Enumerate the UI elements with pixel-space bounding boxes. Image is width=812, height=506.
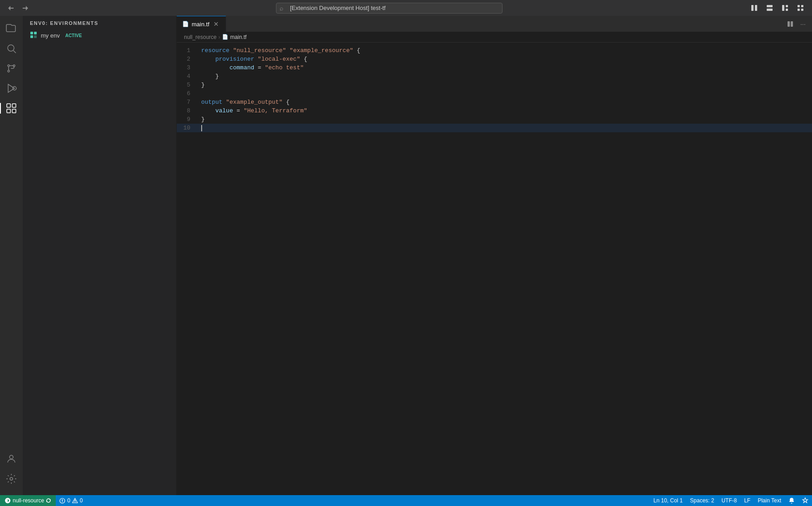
sidebar-item-explorer[interactable] [2, 19, 20, 38]
svg-rect-8 [801, 5, 803, 7]
svg-rect-25 [34, 32, 37, 34]
svg-point-36 [75, 501, 75, 502]
svg-rect-9 [798, 9, 800, 11]
feedback-icon [802, 497, 808, 504]
svg-rect-24 [30, 32, 33, 34]
title-search-area [276, 3, 503, 14]
status-remote[interactable]: null-resource [0, 495, 56, 506]
customize-layout-button[interactable] [794, 3, 807, 14]
breadcrumb-separator: › [218, 34, 220, 40]
line-content-5: } [199, 81, 812, 89]
svg-rect-29 [791, 21, 793, 27]
breadcrumb-folder[interactable]: null_resource [184, 34, 217, 40]
tab-actions: ··· [785, 16, 812, 32]
svg-rect-18 [7, 109, 10, 113]
activity-bar-top [2, 19, 20, 450]
files-icon [6, 23, 17, 34]
split-editor-button[interactable] [785, 19, 796, 29]
code-line-7: 7 output "example_output" { [177, 98, 812, 106]
line-num-3: 3 [177, 63, 199, 72]
code-line-5: 5 } [177, 81, 812, 89]
code-line-4: 4 } [177, 72, 812, 81]
svg-rect-0 [751, 5, 754, 11]
run-icon [6, 83, 17, 94]
remote-icon [5, 497, 11, 504]
status-right: Ln 10, Col 1 Spaces: 2 UTF-8 LF Plain Te… [650, 495, 812, 506]
svg-marker-16 [8, 84, 14, 92]
layout-toggle-button1[interactable] [748, 3, 760, 14]
account-icon [6, 453, 17, 464]
extensions-icon [6, 103, 17, 114]
tab-close-button[interactable]: ✕ [212, 20, 220, 28]
line-num-1: 1 [177, 46, 199, 55]
svg-rect-10 [801, 9, 803, 11]
error-count: 0 [67, 497, 70, 504]
svg-rect-1 [755, 5, 757, 11]
svg-rect-3 [767, 9, 773, 11]
env-item[interactable]: my env ACTIVE [23, 29, 176, 42]
env-badge: ACTIVE [65, 33, 82, 38]
language-label: Plain Text [758, 497, 781, 504]
svg-line-12 [14, 51, 16, 53]
line-ending-label: LF [744, 497, 750, 504]
svg-rect-26 [30, 35, 33, 38]
status-feedback[interactable] [798, 495, 812, 506]
svg-rect-21 [12, 104, 16, 107]
line-num-10: 10 [177, 124, 199, 132]
layout-toggle-button3[interactable] [778, 3, 791, 14]
tab-file-icon: 📄 [182, 21, 189, 27]
tab-label: main.tf [192, 21, 209, 28]
sidebar-item-account[interactable] [2, 450, 20, 468]
svg-point-11 [8, 45, 14, 51]
status-errors[interactable]: 0 0 [56, 495, 86, 506]
text-cursor [201, 125, 202, 131]
svg-rect-6 [786, 9, 788, 11]
search-icon [6, 43, 17, 54]
more-actions-button[interactable]: ··· [798, 19, 808, 29]
status-position[interactable]: Ln 10, Col 1 [650, 495, 686, 506]
encoding-label: UTF-8 [721, 497, 737, 504]
code-line-10: 10 [177, 124, 812, 132]
code-editor[interactable]: 1 resource "null_resource" "example_reso… [177, 43, 812, 495]
notifications-icon [788, 497, 795, 504]
env-icon [30, 31, 37, 40]
tab-main-tf[interactable]: 📄 main.tf ✕ [177, 16, 226, 32]
line-content-9: } [199, 115, 812, 124]
sidebar-item-search[interactable] [2, 39, 20, 58]
code-line-9: 9 } [177, 115, 812, 124]
svg-point-15 [8, 70, 10, 72]
sidebar-item-extensions[interactable] [2, 99, 20, 117]
status-language[interactable]: Plain Text [754, 495, 785, 506]
sidebar-item-source-control[interactable] [2, 59, 20, 77]
sidebar-item-settings[interactable] [2, 470, 20, 488]
line-content-10 [199, 124, 812, 132]
code-line-3: 3 command = "echo test" [177, 63, 812, 72]
svg-rect-19 [12, 109, 16, 113]
forward-button[interactable] [20, 3, 31, 14]
back-button[interactable] [5, 3, 16, 14]
line-num-5: 5 [177, 81, 199, 89]
editor-area: 📄 main.tf ✕ ··· null_resource › 📄 main.t… [177, 16, 812, 495]
line-content-7: output "example_output" { [199, 98, 812, 106]
nav-buttons [5, 3, 31, 14]
code-line-8: 8 value = "Hello, Terraform" [177, 106, 812, 115]
layout-toggle-button2[interactable] [763, 3, 776, 14]
svg-rect-4 [782, 5, 784, 11]
svg-rect-7 [798, 5, 800, 7]
status-notifications[interactable] [785, 495, 798, 506]
line-content-6 [199, 89, 812, 98]
status-spaces[interactable]: Spaces: 2 [686, 495, 718, 506]
source-control-icon [6, 63, 17, 74]
line-content-1: resource "null_resource" "example_resour… [199, 46, 812, 55]
remote-label: null-resource [13, 497, 44, 504]
status-encoding[interactable]: UTF-8 [718, 495, 740, 506]
breadcrumb: null_resource › 📄 main.tf [177, 32, 812, 43]
title-search-input[interactable] [276, 3, 503, 14]
title-actions [748, 3, 807, 14]
status-line-ending[interactable]: LF [740, 495, 754, 506]
sidebar-item-run[interactable] [2, 79, 20, 97]
line-content-2: provisioner "local-exec" { [199, 55, 812, 63]
status-left: null-resource 0 0 [0, 495, 87, 506]
svg-point-23 [10, 477, 13, 480]
breadcrumb-file[interactable]: 📄 main.tf [222, 34, 246, 40]
